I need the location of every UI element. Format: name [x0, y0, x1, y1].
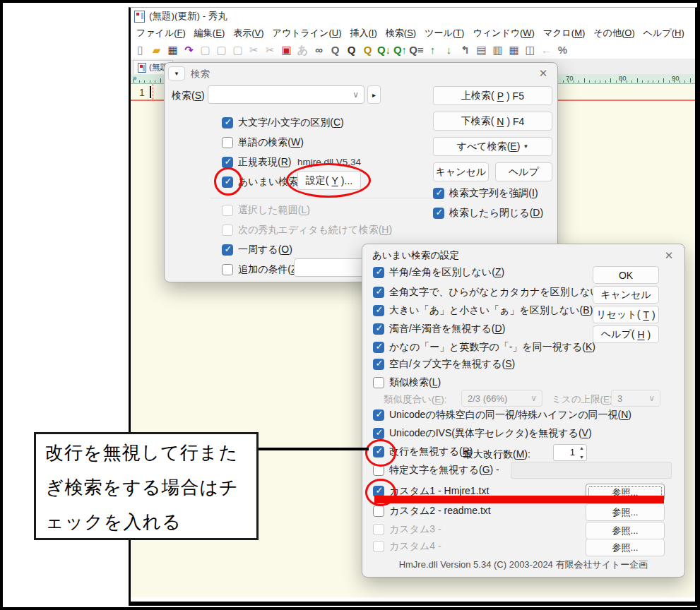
custom3-checkbox[interactable]: [373, 524, 384, 535]
custom2-label: カスタム2 - readme.txt: [389, 505, 491, 518]
cancel-button[interactable]: キャンセル: [433, 162, 489, 181]
max-newlines-spinner[interactable]: 1 ▲ ▼: [553, 444, 587, 461]
cancel-button[interactable]: キャンセル: [593, 286, 659, 304]
dakuon-checkbox[interactable]: [373, 323, 384, 335]
line-number-separator: [153, 84, 153, 100]
cut-icon[interactable]: ✂: [246, 42, 262, 58]
prev-doc-icon[interactable]: ←: [538, 42, 554, 58]
menu-item-6[interactable]: ツール(T): [420, 25, 468, 41]
similarity-dropdown[interactable]: 2/3 (66%) ∨: [461, 390, 542, 407]
link-mode-icon[interactable]: ∞: [311, 42, 327, 58]
grep-icon[interactable]: Q: [360, 42, 376, 58]
split-grid-icon[interactable]: ▦: [506, 42, 522, 58]
dash-checkbox[interactable]: [373, 342, 384, 353]
spinner-up-icon[interactable]: ▲: [579, 445, 584, 450]
macro-icon[interactable]: %: [554, 42, 571, 58]
kana-convert-icon[interactable]: あ: [295, 42, 311, 58]
search-history-button[interactable]: ▸: [367, 85, 381, 104]
copy-icon[interactable]: ▢: [197, 42, 213, 58]
wrap-around-label: 一周する(O): [238, 244, 292, 256]
regex-checkbox[interactable]: [222, 157, 233, 168]
selection-range-checkbox[interactable]: [222, 205, 233, 216]
find-in-files-icon[interactable]: Q≡: [408, 42, 425, 58]
open-file-icon[interactable]: ▰: [148, 42, 165, 58]
jump-down-icon[interactable]: ↓: [441, 42, 457, 58]
custom2-browse-button[interactable]: 参照...: [586, 503, 665, 521]
dakuon-row: 濁音/半濁音を無視する(D): [373, 323, 505, 335]
small-kana-label: 大きい「あ」と小さい「ぁ」を区別しない(B): [389, 304, 593, 317]
ivs-checkbox[interactable]: [373, 428, 384, 439]
close-after-search-checkbox[interactable]: [433, 208, 444, 219]
case-sensitive-row: 大文字/小文字の区別(C): [222, 116, 344, 129]
search-down-button[interactable]: 下検索(N) F4: [433, 112, 552, 131]
close-icon[interactable]: ✕: [662, 249, 676, 263]
kana-distinguish-checkbox[interactable]: [373, 287, 384, 298]
red-circle-fuzzy-checkbox: [214, 167, 242, 196]
miss-limit-dropdown[interactable]: 3 ∨: [611, 390, 660, 407]
new-file-icon[interactable]: ▯: [132, 42, 148, 58]
close-icon[interactable]: ✕: [536, 66, 550, 80]
title-dropdown-button[interactable]: ▼: [168, 66, 185, 80]
menu-item-7[interactable]: ウィンドウ(W): [468, 25, 538, 41]
jump-up-icon[interactable]: ↑: [425, 42, 441, 58]
wrap-around-checkbox[interactable]: [222, 244, 233, 256]
ok-button[interactable]: OK: [593, 266, 659, 284]
search-all-button[interactable]: すべて検索(E) ▼: [433, 137, 552, 156]
selection-range-row: 選択した範囲(L): [222, 204, 310, 217]
split-button-arrow-icon: ▼: [523, 143, 528, 150]
small-kana-checkbox[interactable]: [373, 305, 384, 316]
next-editor-row: 次の秀丸エディタも続けて検索(H): [222, 224, 392, 237]
unicode-space-checkbox[interactable]: [373, 409, 384, 421]
copy-append-icon[interactable]: ▢: [213, 42, 230, 58]
menu-bar: ファイル(F)編集(E)表示(V)アウトライン(U)挿入(I)検索(S)ツール(…: [132, 25, 691, 41]
case-sensitive-checkbox[interactable]: [222, 117, 233, 128]
split-vertical-icon[interactable]: ▥: [490, 42, 506, 58]
menu-item-4[interactable]: 挿入(I): [345, 25, 381, 41]
find-prev-icon[interactable]: Q↑: [392, 42, 408, 58]
spinner-down-icon[interactable]: ▼: [579, 455, 584, 460]
specific-chars-input[interactable]: [511, 462, 672, 479]
miss-limit-label: ミスの上限(E):: [552, 393, 615, 406]
callout-text: 改行を無視して行またぎ検索をする場合はチェックを入れる: [45, 442, 239, 532]
highlight-label: 検索文字列を強調(I): [449, 187, 538, 200]
custom4-checkbox[interactable]: [373, 541, 384, 552]
help-button[interactable]: ヘルプ: [495, 162, 552, 181]
search-input[interactable]: ∨: [208, 85, 364, 104]
space-tab-row: 空白/タブ文字を無視する(S): [373, 358, 515, 371]
highlight-checkbox[interactable]: [433, 188, 444, 199]
search-up-button[interactable]: 上検索(P) F5: [433, 86, 552, 105]
paste-box-icon[interactable]: ▢: [230, 42, 246, 58]
word-search-checkbox[interactable]: [222, 137, 233, 148]
menu-item-8[interactable]: マクロ(M): [539, 25, 589, 41]
cut-append-icon[interactable]: ✂: [262, 42, 278, 58]
history-arrow-icon: ▸: [372, 91, 376, 99]
split-horizontal-icon[interactable]: ▤: [473, 42, 490, 58]
help-button[interactable]: ヘルプ(H): [593, 325, 659, 343]
reset-button[interactable]: リセット(T): [593, 306, 659, 323]
space-tab-checkbox[interactable]: [373, 359, 384, 370]
width-distinguish-checkbox[interactable]: [373, 267, 384, 278]
menu-item-3[interactable]: アウトライン(U): [268, 25, 346, 41]
dll-version-footer: HmJre.dll Version 5.34 (C) 2003-2024 有限会…: [362, 558, 684, 571]
tag-jump-icon[interactable]: ↰: [457, 42, 473, 58]
similar-search-checkbox[interactable]: [373, 377, 384, 388]
toolbar: ▯▰▦↷▢▢▢✂✂▣あ∞QQQQ↓Q↑Q≡↑↓↰▤▥▦◫←%: [132, 41, 691, 59]
undo-icon[interactable]: ↷: [181, 42, 197, 58]
save-file-icon[interactable]: ▦: [165, 42, 181, 58]
search-back-icon[interactable]: Q: [327, 42, 343, 58]
search-icon[interactable]: Q: [343, 42, 360, 58]
menu-item-2[interactable]: 表示(V): [229, 25, 268, 41]
menu-item-0[interactable]: ファイル(F): [132, 25, 190, 41]
menu-item-9[interactable]: その他(O): [589, 25, 639, 41]
next-editor-checkbox[interactable]: [222, 225, 233, 236]
find-next-icon[interactable]: Q↓: [376, 42, 392, 58]
custom3-browse-button[interactable]: 参照...: [586, 522, 665, 539]
menu-item-1[interactable]: 編集(E): [190, 25, 229, 41]
additional-condition-checkbox[interactable]: [222, 264, 233, 275]
split-two-icon[interactable]: ◫: [522, 42, 538, 58]
custom2-checkbox[interactable]: [373, 506, 384, 517]
menu-item-10[interactable]: ヘルプ(H): [639, 25, 689, 41]
paste-icon[interactable]: ▣: [278, 42, 295, 58]
menu-item-5[interactable]: 検索(S): [381, 25, 420, 41]
custom4-browse-button[interactable]: 参照...: [586, 539, 665, 556]
